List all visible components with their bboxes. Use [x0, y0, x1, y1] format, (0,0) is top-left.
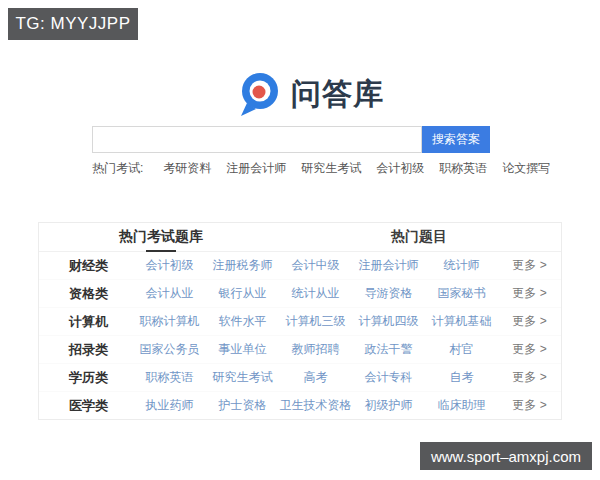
exam-board: 热门考试题库 热门题目 财经类 会计初级 注册税务师 会计中级 注册会计师 统计…: [38, 222, 562, 420]
hot-exam-link[interactable]: 论文撰写: [502, 160, 550, 177]
exam-link[interactable]: 银行从业: [206, 285, 279, 302]
exam-link[interactable]: 注册税务师: [206, 257, 279, 274]
hot-exams-bar: 热门考试: 考研资料 注册会计师 研究生考试 会计初级 职称英语 论文撰写: [92, 160, 565, 176]
more-link[interactable]: 更多 >: [498, 285, 561, 302]
exam-link[interactable]: 会计中级: [279, 257, 352, 274]
exam-table-row: 资格类 会计从业 银行从业 统计从业 导游资格 国家秘书 更多 >: [39, 279, 561, 307]
exam-link[interactable]: 计算机四级: [352, 313, 425, 330]
more-link[interactable]: 更多 >: [498, 313, 561, 330]
exam-link[interactable]: 初级护师: [352, 397, 425, 414]
exam-link[interactable]: 会计专科: [352, 369, 425, 386]
category-label: 计算机: [39, 313, 133, 331]
exam-table-row: 学历类 职称英语 研究生考试 高考 会计专科 自考 更多 >: [39, 363, 561, 391]
exam-link[interactable]: 研究生考试: [206, 369, 279, 386]
telegram-watermark-badge: TG: MYYJJPP: [8, 8, 138, 40]
exam-link[interactable]: 事业单位: [206, 341, 279, 358]
exam-table-row: 计算机 职称计算机 软件水平 计算机三级 计算机四级 计算机基础 更多 >: [39, 307, 561, 335]
exam-link[interactable]: 统计从业: [279, 285, 352, 302]
exam-link[interactable]: 注册会计师: [352, 257, 425, 274]
category-label: 学历类: [39, 369, 133, 387]
exam-table-row: 招录类 国家公务员 事业单位 教师招聘 政法干警 村官 更多 >: [39, 335, 561, 363]
category-label: 财经类: [39, 257, 133, 275]
exam-link[interactable]: 卫生技术资格: [279, 397, 352, 414]
exam-link[interactable]: 统计师: [425, 257, 498, 274]
more-link[interactable]: 更多 >: [498, 397, 561, 414]
logo-speech-bubble-icon: [237, 70, 283, 118]
category-label: 招录类: [39, 341, 133, 359]
exam-link[interactable]: 高考: [279, 369, 352, 386]
exam-link[interactable]: 计算机基础: [425, 313, 498, 330]
logo-text: 问答库: [291, 74, 384, 115]
exam-link[interactable]: 临床助理: [425, 397, 498, 414]
category-label: 医学类: [39, 397, 133, 415]
exam-link[interactable]: 国家秘书: [425, 285, 498, 302]
exam-table-row: 财经类 会计初级 注册税务师 会计中级 注册会计师 统计师 更多 >: [39, 252, 561, 279]
hot-exam-link[interactable]: 研究生考试: [301, 160, 361, 177]
exam-link[interactable]: 自考: [425, 369, 498, 386]
exam-table-row: 医学类 执业药师 护士资格 卫生技术资格 初级护师 临床助理 更多 >: [39, 391, 561, 419]
exam-link[interactable]: 会计从业: [133, 285, 206, 302]
category-label: 资格类: [39, 285, 133, 303]
hot-exam-link[interactable]: 会计初级: [376, 160, 424, 177]
exam-link[interactable]: 国家公务员: [133, 341, 206, 358]
exam-link[interactable]: 政法干警: [352, 341, 425, 358]
more-link[interactable]: 更多 >: [498, 341, 561, 358]
hot-exam-link[interactable]: 职称英语: [439, 160, 487, 177]
search-answers-button[interactable]: 搜索答案: [422, 126, 490, 153]
site-logo[interactable]: 问答库: [237, 70, 384, 118]
exam-link[interactable]: 执业药师: [133, 397, 206, 414]
exam-table-body: 财经类 会计初级 注册税务师 会计中级 注册会计师 统计师 更多 > 资格类 会…: [39, 252, 561, 419]
exam-link[interactable]: 职称计算机: [133, 313, 206, 330]
exam-link[interactable]: 护士资格: [206, 397, 279, 414]
exam-link[interactable]: 导游资格: [352, 285, 425, 302]
exam-link[interactable]: 村官: [425, 341, 498, 358]
hot-exam-link[interactable]: 注册会计师: [226, 160, 286, 177]
tab-hot-exam-bank[interactable]: 热门考试题库: [119, 223, 203, 251]
hot-exam-link[interactable]: 考研资料: [163, 160, 211, 177]
hot-exams-label: 热门考试:: [92, 160, 143, 177]
site-url-watermark-badge: www.sport–amxpj.com: [420, 442, 592, 470]
exam-link[interactable]: 职称英语: [133, 369, 206, 386]
exam-link[interactable]: 教师招聘: [279, 341, 352, 358]
exam-link[interactable]: 会计初级: [133, 257, 206, 274]
tab-hot-questions[interactable]: 热门题目: [391, 223, 447, 251]
more-link[interactable]: 更多 >: [498, 369, 561, 386]
exam-link[interactable]: 软件水平: [206, 313, 279, 330]
search-input[interactable]: [92, 126, 422, 153]
more-link[interactable]: 更多 >: [498, 257, 561, 274]
exam-board-header: 热门考试题库 热门题目: [39, 223, 561, 252]
exam-link[interactable]: 计算机三级: [279, 313, 352, 330]
